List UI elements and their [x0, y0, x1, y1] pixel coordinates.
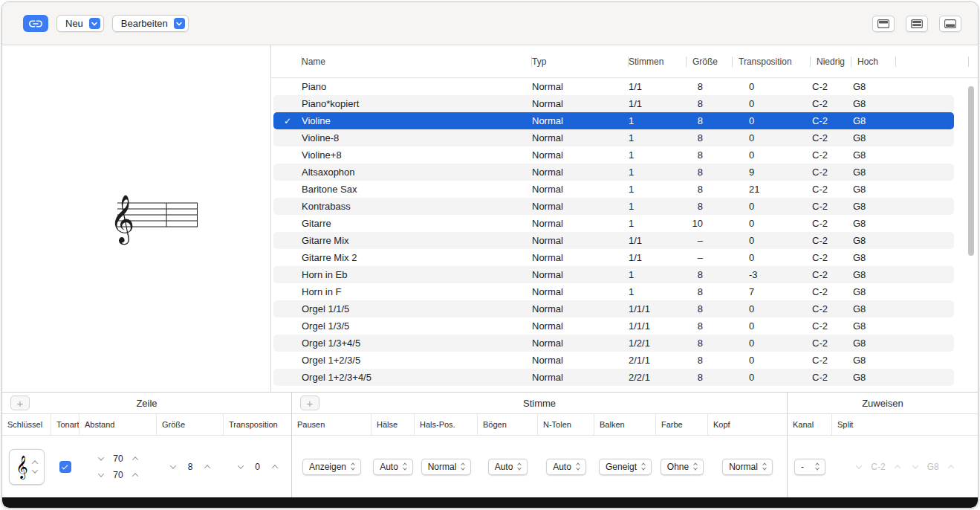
row-groesse: – [687, 252, 733, 263]
row-transposition: 0 [733, 132, 811, 143]
inspector: + Zeile Schlüssel Tonart Abstand Größe T… [2, 392, 978, 497]
pausen-popup[interactable]: Anzeigen [302, 459, 361, 475]
add-zeile-button[interactable]: + [10, 396, 30, 410]
table-row[interactable]: Gitarre Mix 2 Normal 1/1 – 0 C-2 G8 [273, 249, 954, 266]
header-hoch[interactable]: Hoch [851, 45, 896, 77]
table-row[interactable]: Horn in F Normal 1 8 7 C-2 G8 [273, 283, 954, 300]
transposition-value: 0 [253, 462, 263, 472]
row-name: Orgel 1+2/3/5 [302, 355, 532, 366]
header-transposition[interactable]: Transposition [733, 45, 811, 77]
split-high-value: G8 [927, 462, 939, 472]
toolbar: Neu Bearbeiten [2, 2, 978, 45]
haelse-popup[interactable]: Auto [373, 459, 413, 475]
row-stimmen: 1 [629, 269, 687, 280]
table-row[interactable]: Orgel 1+2/3/5 Normal 2/1/1 8 0 C-2 G8 [273, 352, 954, 369]
table-row[interactable]: Orgel 1/1/5 Normal 1/1/1 8 0 C-2 G8 [273, 300, 954, 317]
row-hoch: G8 [851, 286, 896, 297]
header-name[interactable]: Name [302, 45, 532, 77]
groesse-value: 8 [185, 462, 195, 472]
decrement-icon [856, 462, 862, 468]
row-transposition: 0 [733, 338, 811, 349]
farbe-popup[interactable]: Ohne [661, 459, 704, 475]
view-layout-rows-button[interactable] [906, 16, 928, 32]
row-name: Piano [302, 81, 532, 92]
boegen-popup[interactable]: Auto [488, 459, 528, 475]
treble-clef-icon: 𝄞 [16, 456, 28, 477]
split-high-stepper[interactable]: G8 [913, 462, 953, 472]
boegen-value: Auto [495, 462, 513, 472]
split-low-stepper[interactable]: C-2 [857, 462, 899, 472]
row-stimmen: 1/1 [629, 81, 687, 92]
tonart-checkbox[interactable] [59, 461, 71, 473]
row-typ: Normal [532, 81, 629, 92]
row-name: Horn in Eb [302, 269, 532, 280]
row-stimmen: 1 [629, 201, 687, 212]
row-niedrig: C-2 [811, 303, 851, 314]
vertical-scrollbar[interactable] [968, 86, 974, 256]
table-row[interactable]: Piano Normal 1/1 8 0 C-2 G8 [273, 78, 954, 95]
table-row[interactable]: Orgel 1/3/5 Normal 1/1/1 8 0 C-2 G8 [273, 317, 954, 335]
groesse-stepper[interactable]: 8 [171, 462, 210, 472]
table-row[interactable]: Baritone Sax Normal 1 8 21 C-2 G8 [273, 181, 954, 198]
header-niedrig[interactable]: Niedrig [811, 45, 851, 77]
kopf-popup[interactable]: Normal [722, 459, 773, 475]
bearbeiten-button[interactable]: Bearbeiten [112, 15, 189, 32]
table-row[interactable]: ✓ Violine Normal 1 8 0 C-2 G8 [273, 112, 954, 129]
view-layout-bottom-button[interactable] [939, 16, 961, 32]
updown-chevron-icon [763, 462, 766, 471]
row-groesse: 8 [687, 355, 733, 366]
row-stimmen: 1 [629, 184, 687, 195]
hals-pos-popup[interactable]: Normal [421, 459, 472, 475]
transposition-stepper[interactable]: 0 [238, 462, 277, 472]
row-typ: Normal [532, 252, 629, 263]
row-hoch: G8 [851, 132, 896, 143]
row-niedrig: C-2 [811, 149, 851, 161]
kanal-popup[interactable]: - [794, 459, 825, 475]
increment-icon [271, 465, 277, 471]
add-stimme-button[interactable]: + [300, 396, 319, 410]
row-typ: Normal [532, 338, 629, 349]
abstand-bottom-stepper[interactable]: 70 [99, 470, 137, 480]
row-typ: Normal [532, 98, 629, 109]
treble-clef-icon: 𝄞 [110, 194, 134, 245]
table-row[interactable]: Orgel 1/3+4/5 Normal 1/2/1 8 0 C-2 G8 [273, 335, 954, 352]
row-typ: Normal [532, 132, 629, 143]
view-layout-top-button[interactable] [872, 16, 895, 32]
header-groesse[interactable]: Größe [687, 45, 733, 77]
table-row[interactable]: Altsaxophon Normal 1 8 9 C-2 G8 [273, 164, 954, 181]
row-typ: Normal [532, 235, 629, 246]
updown-chevron-icon [577, 462, 580, 471]
row-hoch: G8 [851, 252, 896, 263]
row-stimmen: 1 [629, 149, 687, 161]
header-typ[interactable]: Typ [532, 45, 629, 77]
row-groesse: 8 [687, 81, 733, 92]
table-row[interactable]: Horn in Eb Normal 1 8 -3 C-2 G8 [273, 266, 954, 283]
row-name: Orgel 1/3/5 [302, 320, 532, 332]
neu-button[interactable]: Neu [56, 15, 104, 32]
table-row[interactable]: Kontrabass Normal 1 8 0 C-2 G8 [273, 198, 954, 215]
updown-chevron-icon [461, 462, 464, 471]
decrement-icon [170, 462, 176, 468]
table-row[interactable]: Violine-8 Normal 1 8 0 C-2 G8 [273, 129, 954, 146]
bearbeiten-button-label: Bearbeiten [121, 18, 168, 29]
row-niedrig: C-2 [811, 320, 851, 332]
link-button[interactable] [23, 15, 48, 32]
n-tolen-popup[interactable]: Auto [546, 459, 586, 475]
row-niedrig: C-2 [811, 218, 851, 229]
header-stimmen[interactable]: Stimmen [629, 45, 687, 77]
row-groesse: – [687, 235, 733, 246]
table-row[interactable]: Piano*kopiert Normal 1/1 8 0 C-2 G8 [273, 95, 954, 112]
row-stimmen: 1 [629, 218, 687, 229]
table-row[interactable]: Violine+8 Normal 1 8 0 C-2 G8 [273, 146, 954, 164]
table-row[interactable]: Gitarre Normal 1 10 0 C-2 G8 [273, 215, 954, 232]
table-row[interactable]: Orgel 1+2/3+4/5 Normal 2/2/1 8 0 C-2 G8 [273, 369, 954, 386]
row-hoch: G8 [851, 372, 896, 383]
main-area: 𝄞 Name Typ Stimmen Größe Transposition N… [2, 45, 978, 392]
row-transposition: 9 [733, 167, 811, 178]
row-hoch: G8 [851, 303, 896, 314]
row-groesse: 8 [687, 269, 733, 280]
schluessel-selector[interactable]: 𝄞 [9, 449, 45, 485]
abstand-top-stepper[interactable]: 70 [99, 453, 137, 464]
table-row[interactable]: Gitarre Mix Normal 1/1 – 0 C-2 G8 [273, 232, 954, 249]
balken-popup[interactable]: Geneigt [599, 459, 652, 475]
